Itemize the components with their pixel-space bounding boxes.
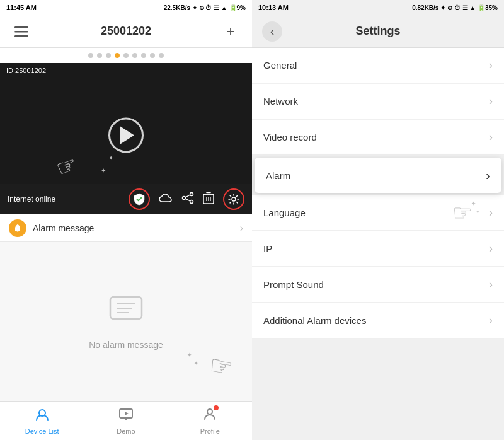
dot-1[interactable]: [88, 53, 93, 58]
right-status-icons: 0.82KB/s ✦ ⊕ ⏱ ☰ ▲ 🔋35%: [412, 4, 498, 11]
device-id-title: 25001202: [101, 25, 151, 38]
dot-7[interactable]: [141, 53, 146, 58]
language-chevron-icon: ›: [489, 206, 493, 219]
internet-status: Internet online: [8, 195, 120, 204]
left-time: 11:45 AM: [6, 4, 37, 11]
nav-device-list-label: Device List: [25, 427, 59, 435]
gesture-hand-bottom-icon: ☞: [207, 349, 236, 384]
right-panel: 10:13 AM 0.82KB/s ✦ ⊕ ⏱ ☰ ▲ 🔋35% ‹ Setti…: [252, 0, 504, 440]
dot-9[interactable]: [159, 53, 164, 58]
video-record-chevron-icon: ›: [489, 130, 493, 144]
alarm-settings-chevron-icon: ›: [486, 168, 490, 183]
video-bottom-bar: Internet online: [0, 184, 252, 214]
settings-item-alarm[interactable]: Alarm ›: [255, 158, 501, 193]
profile-badge-dot: [214, 405, 219, 410]
dot-5[interactable]: [123, 53, 129, 58]
sparkle-3: ✦: [187, 352, 192, 358]
menu-button[interactable]: [10, 20, 33, 43]
right-time: 10:13 AM: [258, 4, 289, 11]
dot-4-active[interactable]: [115, 53, 120, 58]
settings-item-network[interactable]: Network ›: [252, 84, 504, 119]
dot-3[interactable]: [106, 53, 111, 58]
settings-title: Settings: [292, 25, 464, 38]
no-alarm-area: No alarm message ☞ ✦ ✦: [0, 242, 252, 401]
settings-item-additional-alarm[interactable]: Additional Alarm devices ›: [252, 303, 504, 339]
svg-rect-15: [17, 231, 19, 232]
no-alarm-text: No alarm message: [89, 340, 163, 350]
left-top-bar: 25001202 +: [0, 15, 252, 48]
additional-alarm-chevron-icon: ›: [489, 314, 493, 327]
ip-chevron-icon: ›: [489, 242, 493, 255]
gesture-hand-top-icon: ☞: [53, 151, 81, 182]
page-dots: [0, 48, 252, 63]
settings-item-video-record[interactable]: Video record ›: [252, 120, 504, 155]
sparkle-4: ✦: [194, 361, 198, 366]
gear-button[interactable]: [223, 188, 244, 210]
svg-marker-25: [125, 412, 129, 415]
cloud-icon[interactable]: [159, 192, 173, 207]
nav-profile[interactable]: Profile: [168, 402, 252, 440]
sparkle-2: ✦: [101, 167, 106, 174]
device-list-icon: [35, 407, 50, 426]
right-status-bar: 10:13 AM 0.82KB/s ✦ ⊕ ⏱ ☰ ▲ 🔋35%: [252, 0, 504, 15]
prompt-sound-chevron-icon: ›: [489, 278, 493, 291]
message-empty-icon: [107, 294, 145, 332]
nav-demo[interactable]: Demo: [84, 402, 168, 440]
back-button[interactable]: ‹: [262, 21, 282, 42]
alarm-row[interactable]: Alarm message ›: [0, 214, 252, 242]
settings-item-general[interactable]: General ›: [252, 48, 504, 83]
play-triangle-icon: [120, 126, 134, 144]
sparkle-1: ✦: [108, 154, 113, 161]
network-chevron-icon: ›: [489, 95, 493, 108]
left-panel: 11:45 AM 22.5KB/s ✦ ⊕ ⏱ ☰ ▲ 🔋9% 25001202…: [0, 0, 252, 440]
svg-point-5: [190, 200, 193, 203]
share-icon[interactable]: [181, 192, 194, 207]
settings-list: General › Network › Video record › Alarm…: [252, 48, 504, 440]
video-id-label: ID:25001202: [0, 63, 252, 78]
general-chevron-icon: ›: [489, 59, 493, 72]
right-status-info: 0.82KB/s ✦ ⊕ ⏱ ☰ ▲ 🔋35%: [412, 4, 498, 11]
bottom-nav: Device List Demo: [0, 401, 252, 440]
delete-icon[interactable]: [203, 192, 214, 207]
dot-2[interactable]: [97, 53, 102, 58]
left-status-icons: 22.5KB/s ✦ ⊕ ⏱ ☰ ▲ 🔋9%: [164, 4, 246, 11]
settings-item-prompt-sound[interactable]: Prompt Sound ›: [252, 267, 504, 303]
left-status-info: 22.5KB/s ✦ ⊕ ⏱ ☰ ▲ 🔋9%: [164, 4, 246, 11]
alarm-bell-icon: [9, 219, 26, 237]
settings-item-ip[interactable]: IP ›: [252, 231, 504, 267]
svg-rect-1: [14, 31, 28, 33]
add-button[interactable]: +: [219, 20, 242, 43]
alarm-label: Alarm message: [33, 223, 240, 233]
nav-profile-label: Profile: [200, 427, 220, 435]
nav-device-list[interactable]: Device List: [0, 402, 84, 440]
svg-line-6: [185, 195, 190, 197]
video-area: ID:25001202 ☞ ✦ ✦ Internet online: [0, 63, 252, 214]
profile-icon: [202, 407, 217, 426]
demo-icon: [118, 407, 134, 426]
sparkle-right-2: ✦: [476, 209, 480, 215]
dot-8[interactable]: [150, 53, 155, 58]
svg-rect-0: [14, 26, 28, 28]
settings-item-language[interactable]: Language › ☞ ✦ ✦: [252, 195, 504, 231]
nav-demo-label: Demo: [117, 427, 135, 435]
dot-6[interactable]: [132, 53, 137, 58]
svg-point-4: [183, 196, 186, 199]
alarm-chevron-icon: ›: [240, 223, 243, 234]
sparkle-right-1: ✦: [471, 200, 476, 207]
svg-point-26: [207, 409, 212, 414]
svg-point-3: [190, 192, 193, 195]
settings-top-bar: ‹ Settings: [252, 15, 504, 48]
shield-button[interactable]: [129, 188, 150, 210]
left-status-bar: 11:45 AM 22.5KB/s ✦ ⊕ ⏱ ☰ ▲ 🔋9%: [0, 0, 252, 15]
svg-rect-2: [14, 35, 28, 37]
play-button[interactable]: [108, 117, 144, 153]
svg-point-14: [232, 197, 236, 201]
svg-line-7: [185, 199, 190, 201]
